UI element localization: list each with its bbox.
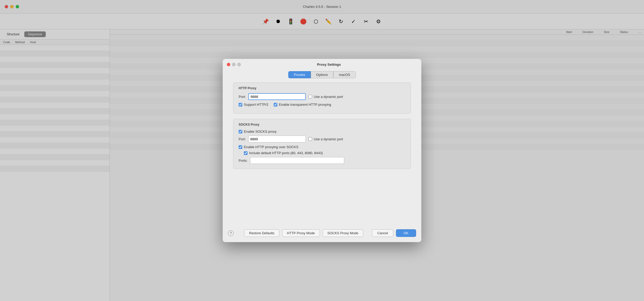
action-buttons: Restore Defaults HTTP Proxy Mode SOCKS P… [244, 229, 363, 237]
http-port-label: Port: [239, 95, 246, 99]
dialog-close-button[interactable] [227, 63, 230, 66]
ports-input-row: Ports: [239, 157, 405, 164]
socks-dynamic-port-checkbox[interactable] [308, 137, 312, 141]
cancel-button[interactable]: Cancel [372, 229, 393, 237]
modal-overlay: Proxy Settings Proxies Options macOS HTT… [0, 0, 644, 301]
socks-port-label: Port: [239, 137, 246, 141]
default-ports-checkbox[interactable] [244, 151, 248, 155]
dialog-tabs: Proxies Options macOS [223, 71, 421, 78]
ports-label: Ports: [239, 159, 248, 163]
support-http2-checkbox[interactable] [239, 103, 242, 107]
dialog-titlebar: Proxy Settings [223, 59, 421, 69]
restore-defaults-button[interactable]: Restore Defaults [244, 229, 279, 237]
http-dynamic-port-checkbox[interactable] [308, 95, 312, 98]
http-over-socks-row: Enable HTTP proxying over SOCKS [239, 145, 405, 149]
proxy-settings-dialog: Proxy Settings Proxies Options macOS HTT… [223, 59, 421, 242]
help-button[interactable]: ? [228, 230, 234, 236]
ports-input[interactable] [250, 157, 344, 164]
ok-button[interactable]: OK [396, 229, 416, 237]
enable-socks-row: Enable SOCKS proxy [239, 130, 405, 133]
dialog-title: Proxy Settings [241, 63, 417, 66]
socks-proxy-section: SOCKS Proxy Enable SOCKS proxy Port: Use… [233, 119, 411, 169]
support-http2-label: Support HTTP/2 [244, 103, 268, 107]
dialog-minimize-button[interactable] [232, 63, 235, 66]
tab-macos[interactable]: macOS [333, 71, 355, 78]
socks-port-row: Port: Use a dynamic port [239, 136, 405, 142]
enable-socks-label: Enable SOCKS proxy [244, 130, 277, 133]
http-dynamic-port-label: Use a dynamic port [314, 95, 343, 99]
dialog-cancel-ok: Cancel OK [372, 229, 416, 237]
http-dynamic-port-row: Use a dynamic port [308, 95, 343, 99]
dialog-bottom: ? Restore Defaults HTTP Proxy Mode SOCKS… [223, 225, 421, 242]
transparent-proxy-label: Enable transparent HTTP proxying [279, 103, 331, 107]
http-over-socks-checkbox[interactable] [239, 145, 242, 149]
socks-proxy-title: SOCKS Proxy [239, 123, 405, 126]
transparent-proxy-row: Enable transparent HTTP proxying [274, 103, 331, 107]
http-proxy-section: HTTP Proxy Port: Use a dynamic port Supp… [233, 82, 411, 114]
http-over-socks-label: Enable HTTP proxying over SOCKS [244, 145, 298, 149]
enable-socks-checkbox[interactable] [239, 130, 242, 133]
socks-proxy-mode-button[interactable]: SOCKS Proxy Mode [323, 229, 364, 237]
dialog-maximize-button[interactable] [237, 63, 241, 66]
dialog-content: HTTP Proxy Port: Use a dynamic port Supp… [223, 82, 421, 225]
tab-options[interactable]: Options [311, 71, 334, 78]
default-ports-label: Include default HTTP ports (80, 443, 808… [249, 151, 323, 155]
http-proxy-title: HTTP Proxy [239, 86, 405, 90]
socks-port-input[interactable] [248, 136, 306, 142]
http-proxy-mode-button[interactable]: HTTP Proxy Mode [282, 229, 320, 237]
dialog-traffic-lights [227, 63, 241, 66]
socks-dynamic-port-row: Use a dynamic port [308, 137, 343, 141]
transparent-proxy-checkbox[interactable] [274, 103, 277, 107]
tab-proxies[interactable]: Proxies [288, 71, 310, 78]
http-options-row: Support HTTP/2 Enable transparent HTTP p… [239, 103, 405, 109]
http-port-row: Port: Use a dynamic port [239, 93, 405, 100]
default-ports-row: Include default HTTP ports (80, 443, 808… [239, 151, 405, 155]
http-port-input[interactable] [248, 93, 306, 100]
support-http2-row: Support HTTP/2 [239, 103, 268, 107]
socks-dynamic-port-label: Use a dynamic port [314, 137, 343, 141]
